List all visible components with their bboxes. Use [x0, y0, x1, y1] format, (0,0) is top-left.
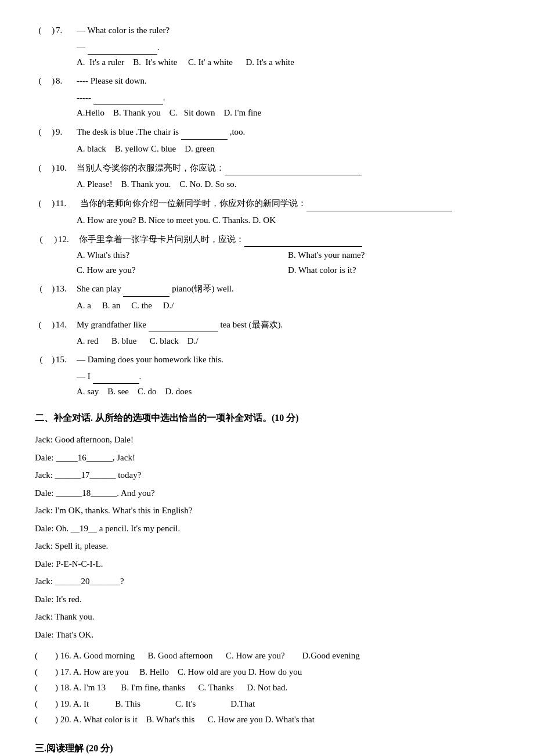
dialogue-line-4: Dale: ______18______. And you?	[35, 485, 499, 502]
opt-17-paren: ( )	[35, 665, 58, 680]
paren-left-13: (	[35, 282, 45, 297]
paren-left-15: (	[35, 352, 45, 368]
paren-left-8: (	[35, 74, 45, 89]
opt-17-text: 17. A. How are you B. Hello C. How old a…	[60, 665, 302, 680]
dialogue-line-12: Dale: That's OK.	[35, 627, 499, 643]
q12-blank	[244, 232, 362, 247]
dialogue-line-11: Jack: Thank you.	[35, 609, 499, 625]
q-num-9: 9.	[56, 125, 77, 140]
question-11: ( ) 11. 当你的老师向你介绍一位新同学时，你应对你的新同学说： A. Ho…	[35, 196, 499, 228]
question-13: ( ) 13. She can play piano(钢琴) well. A. …	[35, 281, 499, 314]
q15-blank	[93, 369, 139, 384]
q-num-13: 13.	[56, 282, 77, 297]
q-num-8: 8.	[56, 74, 77, 89]
question-15: ( ) 15. — Daming does your homework like…	[35, 352, 499, 399]
q9-options: A. black B. yellow C. blue D. green	[77, 141, 499, 157]
q-num-10: 10.	[56, 161, 77, 176]
q-text-11: 当你的老师向你介绍一位新同学时，你应对你的新同学说：	[80, 196, 499, 211]
paren-left-14: (	[35, 318, 45, 333]
opt-19-text: 19. A. It B. This C. It's D.That	[60, 697, 255, 712]
opt-16-paren: ( )	[35, 649, 58, 664]
q-num-12: 12.	[58, 232, 79, 247]
section3-header: 三.阅读理解 (20 分)	[35, 740, 499, 756]
q12-optB: B. What's your name?	[288, 248, 499, 263]
dialogue-line-7: Jack: Spell it, please.	[35, 538, 499, 555]
q13-options: A. a B. an C. the D./	[77, 298, 499, 314]
q14-blank	[149, 317, 218, 333]
q15-sub: — I .	[77, 369, 499, 384]
q-text-13: She can play piano(钢琴) well.	[77, 281, 499, 297]
paren-right-11: )	[45, 196, 56, 211]
q12-optD: D. What color is it?	[288, 263, 499, 278]
opt-19-line: ( ) 19. A. It B. This C. It's D.That	[35, 697, 499, 712]
opt-16-text: 16. A. Good morning B. Good afternoon C.…	[60, 649, 360, 664]
q10-options: A. Please! B. Thank you. C. No. D. So so…	[77, 177, 499, 192]
paren-left-7: (	[35, 23, 45, 38]
question-8: ( ) 8. ---- Please sit down. ----- . A.H…	[35, 74, 499, 121]
q-text-8: ---- Please sit down.	[77, 74, 499, 89]
q-num-15: 15.	[56, 352, 77, 368]
q-text-15: — Daming does your homework like this.	[77, 352, 499, 368]
paren-right-12: )	[48, 232, 58, 247]
q12-options: A. What's this? B. What's your name? C. …	[77, 248, 499, 278]
paren-left-12: (	[35, 232, 45, 247]
dialogue-line-2: Dale: _____16______, Jack!	[35, 449, 499, 466]
opt-18-line: ( ) 18. A. I'm 13 B. I'm fine, thanks C.…	[35, 681, 499, 696]
paren-right-14: )	[45, 318, 56, 333]
dialogue-line-3: Jack: ______17______ today?	[35, 467, 499, 484]
opt-20-line: ( ) 20. A. What color is it B. What's th…	[35, 712, 499, 728]
dialogue-line-5: Jack: I'm OK, thanks. What's this in Eng…	[35, 502, 499, 519]
q8-blank	[93, 90, 163, 106]
q7-blank	[88, 39, 157, 55]
q12-optA: A. What's this?	[77, 248, 288, 263]
q7-prompt: — .	[77, 39, 499, 55]
dialogue-line-10: Dale: It's red.	[35, 591, 499, 608]
section2-header: 二、补全对话. 从所给的选项中选出恰当的一项补全对话。(10 分)	[35, 410, 499, 426]
q-text-9: The desk is blue .The chair is ,too.	[77, 124, 499, 140]
question-14: ( ) 14. My grandfather like tea best (最喜…	[35, 317, 499, 350]
q10-blank	[225, 160, 362, 176]
q7-options: A. It's a ruler B. It's white C. It' a w…	[77, 55, 499, 70]
paren-left-11: (	[35, 196, 45, 211]
q14-options: A. red B. blue C. black D./	[77, 333, 499, 349]
q8-options: A.Hello B. Thank you C. Sit down D. I'm …	[77, 105, 499, 121]
paren-right-7: )	[45, 23, 56, 38]
q11-blank	[306, 196, 452, 211]
opt-18-text: 18. A. I'm 13 B. I'm fine, thanks C. Tha…	[60, 681, 287, 696]
dialogue-line-6: Dale: Oh. __19__ a pencil. It's my penci…	[35, 520, 499, 537]
section2-options: ( ) 16. A. Good morning B. Good afternoo…	[35, 649, 499, 728]
opt-19-paren: ( )	[35, 697, 58, 712]
paren-right-13: )	[45, 282, 56, 297]
q-text-7: — What color is the ruler?	[77, 23, 499, 38]
q8-prompt: ----- .	[77, 90, 499, 106]
paren-left-10: (	[35, 161, 45, 176]
opt-20-text: 20. A. What color is it B. What's this C…	[60, 712, 315, 728]
question-7: ( ) 7. — What color is the ruler? — . A.…	[35, 23, 499, 70]
q-num-11: 11.	[56, 196, 80, 211]
opt-16-line: ( ) 16. A. Good morning B. Good afternoo…	[35, 649, 499, 664]
paren-right-9: )	[45, 125, 56, 140]
question-9: ( ) 9. The desk is blue .The chair is ,t…	[35, 124, 499, 157]
dialogue-line-9: Jack: ______20_______?	[35, 573, 499, 590]
opt-20-paren: ( )	[35, 712, 58, 728]
question-12: ( ) 12. 你手里拿着一张字母卡片问别人时，应说： A. What's th…	[35, 232, 499, 278]
paren-left-9: (	[35, 125, 45, 140]
q9-blank	[181, 124, 228, 140]
question-10: ( ) 10. 当别人夸奖你的衣服漂亮时，你应说： A. Please! B. …	[35, 160, 499, 193]
q-text-14: My grandfather like tea best (最喜欢).	[77, 317, 499, 333]
dialogue-line-8: Dale: P-E-N-C-I-L.	[35, 556, 499, 573]
dialogue-line-1: Jack: Good afternoon, Dale!	[35, 431, 499, 448]
q15-options: A. say B. see C. do D. does	[77, 384, 499, 399]
q11-options: A. How are you? B. Nice to meet you. C. …	[77, 213, 499, 228]
paren-right-8: )	[45, 74, 56, 89]
q-num-7: 7.	[56, 23, 77, 38]
q13-blank	[123, 281, 169, 297]
dialogue-block: Jack: Good afternoon, Dale! Dale: _____1…	[35, 431, 499, 643]
opt-17-line: ( ) 17. A. How are you B. Hello C. How o…	[35, 665, 499, 680]
q-text-12: 你手里拿着一张字母卡片问别人时，应说：	[79, 232, 499, 247]
q12-optC: C. How are you?	[77, 263, 288, 278]
paren-right-10: )	[45, 161, 56, 176]
opt-18-paren: ( )	[35, 681, 58, 696]
paren-right-15: )	[45, 352, 56, 368]
q-num-14: 14.	[56, 318, 77, 333]
